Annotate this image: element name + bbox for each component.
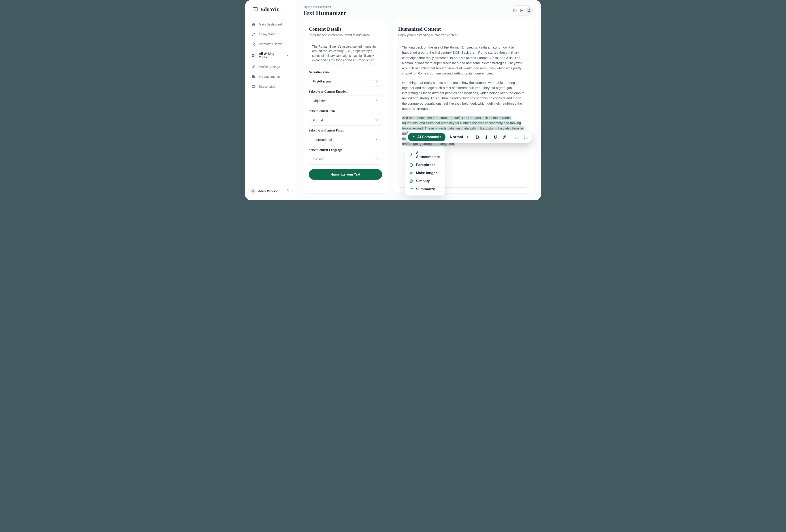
sidebar-item-essay-writer[interactable]: Essay Writer — [248, 30, 293, 39]
source-text-input[interactable]: The Roman Empire's ascent gained momentu… — [309, 41, 382, 65]
svg-point-24 — [410, 189, 410, 189]
main-content: Pages / Text Humanizer Text Humanizer Co… — [296, 0, 541, 200]
chevron-down-icon — [375, 118, 378, 122]
svg-point-17 — [525, 136, 525, 137]
editor-toolbar: AI Commands Normal ▲▼ B I U — [406, 131, 532, 196]
refresh-icon — [409, 163, 413, 167]
humanized-content-card: Humanized Content Enjoy your outstanding… — [392, 20, 534, 194]
card-subtitle: Enjoy your outstanding humanized content… — [398, 33, 528, 37]
svg-rect-6 — [254, 56, 255, 57]
menu-item-simplify[interactable]: Simplify — [407, 177, 443, 185]
voice-select[interactable]: First-Person — [309, 76, 382, 87]
exit-icon[interactable] — [519, 8, 524, 13]
menu-item-label: Summarize — [416, 187, 435, 191]
humanize-button[interactable]: Humanize your Text — [309, 169, 382, 180]
lines-icon — [409, 171, 413, 175]
svg-rect-9 — [252, 86, 255, 88]
svg-point-22 — [412, 181, 412, 181]
svg-point-1 — [257, 7, 257, 8]
focus-select[interactable]: Informational — [309, 134, 382, 145]
sidebar-item-label: Main Dashboard — [259, 23, 282, 26]
chevron-down-icon — [375, 99, 378, 103]
format-select[interactable]: Normal ▲▼ — [446, 133, 472, 141]
user-chip[interactable]: Adela Parkson — [248, 186, 293, 196]
emotion-value: Objective — [313, 99, 327, 103]
sidebar-item-documents[interactable]: My Documents — [248, 72, 293, 81]
menu-item-longer[interactable]: Make longer — [407, 169, 443, 177]
credit-card-icon — [252, 84, 256, 89]
avatar-icon — [250, 188, 256, 194]
bullet-list-icon — [524, 135, 529, 139]
chevron-down-icon — [375, 157, 378, 161]
svg-point-2 — [253, 43, 255, 45]
svg-point-13 — [529, 9, 530, 10]
svg-rect-3 — [252, 54, 254, 55]
format-label: Normal — [450, 135, 463, 139]
underline-button[interactable]: U — [491, 133, 500, 141]
chevron-down-icon — [375, 79, 378, 83]
language-select[interactable]: English — [309, 154, 382, 165]
menu-item-autocomplete[interactable]: AI Autocomplete — [407, 149, 443, 161]
svg-point-19 — [525, 138, 525, 139]
chevron-down-icon — [375, 138, 378, 142]
list-icon — [409, 187, 413, 191]
output-paragraph: One thing that really stands out to me i… — [402, 80, 525, 111]
help-icon[interactable] — [512, 8, 517, 13]
sidebar-nav: Main Dashboard Essay Writer Premium Essa… — [248, 20, 293, 91]
logout-icon[interactable] — [286, 189, 290, 193]
field-label-focus: Select your Content Focus — [309, 129, 382, 132]
sidebar-item-all-tools[interactable]: All Writing Tools — [248, 49, 293, 62]
ordered-list-button[interactable]: 123 — [513, 133, 521, 141]
svg-rect-4 — [254, 54, 255, 55]
sidebar-item-profile-settings[interactable]: Profile Settings — [248, 63, 293, 71]
smile-icon — [409, 179, 413, 183]
bullet-list-button[interactable] — [522, 133, 530, 141]
link-button[interactable] — [500, 133, 508, 141]
home-icon — [252, 22, 256, 26]
italic-button[interactable]: I — [482, 133, 490, 141]
page-title: Text Humanizer — [303, 9, 346, 17]
sidebar-item-label: Profile Settings — [259, 65, 280, 69]
sidebar-item-premium-essays[interactable]: Premium Essays — [248, 40, 293, 49]
svg-rect-5 — [252, 56, 254, 57]
top-actions — [511, 5, 534, 16]
focus-value: Informational — [313, 138, 332, 142]
book-icon — [252, 6, 258, 12]
columns: Content Details Enter the text content y… — [303, 20, 534, 194]
field-label-tone: Select Content Tone — [309, 110, 382, 113]
card-title: Content Details — [309, 26, 382, 32]
ai-commands-menu: AI Autocomplete Paraphrase Make longer — [405, 146, 445, 196]
sparkle-icon — [412, 135, 415, 139]
sidebar: EduWiz Main Dashboard Essay Writer Premi… — [245, 0, 296, 200]
menu-item-label: Paraphrase — [416, 163, 435, 167]
header-block: Pages / Text Humanizer Text Humanizer — [303, 5, 346, 17]
menu-item-paraphrase[interactable]: Paraphrase — [407, 161, 443, 169]
svg-point-8 — [254, 66, 255, 66]
sidebar-item-label: All Writing Tools — [259, 52, 283, 59]
menu-item-label: AI Autocomplete — [416, 151, 441, 159]
wand-icon — [409, 153, 413, 157]
sidebar-item-subscription[interactable]: Subscription — [248, 82, 293, 91]
output-paragraph: Thinking back on the rise of the Roman E… — [402, 45, 525, 76]
menu-item-label: Make longer — [416, 171, 437, 175]
documents-icon — [252, 75, 256, 79]
avatar-button[interactable] — [526, 7, 533, 14]
sidebar-item-dashboard[interactable]: Main Dashboard — [248, 20, 293, 29]
emotion-select[interactable]: Objective — [309, 95, 382, 106]
brand-logo: EduWiz — [248, 6, 293, 12]
sidebar-item-label: Essay Writer — [259, 32, 277, 36]
topbar: Pages / Text Humanizer Text Humanizer — [303, 5, 534, 17]
svg-point-23 — [410, 188, 410, 189]
field-label-emotion: Select your Content Emotion — [309, 90, 382, 94]
ai-commands-button[interactable]: AI Commands — [408, 133, 445, 141]
voice-value: First-Person — [313, 79, 331, 83]
menu-item-summarize[interactable]: Summarize — [407, 185, 443, 193]
tone-value: Formal — [313, 118, 323, 122]
tone-select[interactable]: Formal — [309, 115, 382, 126]
field-label-language: Select Content Language — [309, 148, 382, 152]
bold-button[interactable]: B — [473, 133, 482, 141]
toolbar-row: AI Commands Normal ▲▼ B I U — [406, 131, 532, 143]
svg-text:3: 3 — [515, 138, 516, 139]
field-label-voice: Narrative Voice — [309, 70, 382, 74]
svg-point-18 — [525, 137, 525, 138]
